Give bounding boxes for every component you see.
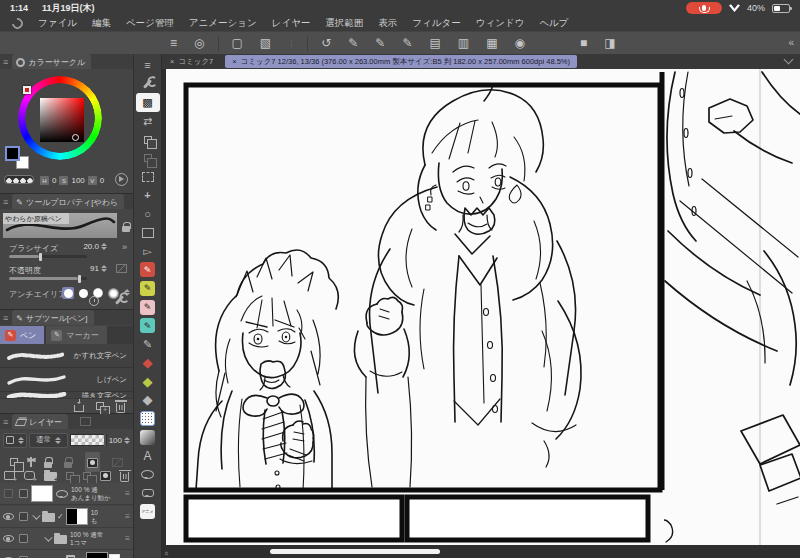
- brush-tool[interactable]: ✎: [136, 298, 160, 317]
- pen-quick-icon-2[interactable]: ✎: [375, 37, 385, 49]
- open-file-icon[interactable]: ▧: [260, 37, 271, 49]
- antialias-strong-option[interactable]: [107, 287, 119, 299]
- transform-tool[interactable]: [136, 223, 160, 242]
- brush-size-value[interactable]: 20.0: [83, 242, 99, 251]
- panel-menu-icon[interactable]: ≡: [3, 417, 8, 427]
- layer-thumbnail[interactable]: [31, 485, 53, 502]
- eraser-tool[interactable]: ◆: [136, 372, 160, 391]
- menu-animation[interactable]: アニメーション: [189, 17, 257, 30]
- layer-opacity-value-group[interactable]: 100: [109, 436, 130, 445]
- horizontal-scrollbar[interactable]: «: [162, 545, 800, 558]
- workspace-grid-icon[interactable]: ▦: [486, 37, 497, 49]
- operation-tool[interactable]: [136, 75, 160, 94]
- panel-menu-icon[interactable]: ≡: [3, 197, 8, 207]
- layer-checkbox[interactable]: [19, 534, 28, 543]
- blend-tool[interactable]: ◆: [136, 391, 160, 410]
- mask-thumbnail[interactable]: [109, 554, 120, 558]
- hue-marker[interactable]: [23, 86, 31, 94]
- tab-marker[interactable]: ✎ マーカー: [46, 326, 106, 344]
- object-tool[interactable]: ▻: [136, 242, 160, 261]
- menu-edit[interactable]: 編集: [92, 17, 111, 30]
- layer-tab[interactable]: レイヤー: [12, 414, 68, 429]
- lasso-tool[interactable]: ○: [136, 205, 160, 224]
- scrollbar-thumb[interactable]: [270, 549, 440, 554]
- eye-toggle[interactable]: [3, 513, 14, 520]
- tab-comic7-inactive[interactable]: × コミック7: [162, 54, 223, 69]
- recording-indicator[interactable]: [686, 2, 722, 14]
- marquee-select-tool[interactable]: [136, 168, 160, 187]
- layer-mask-icon[interactable]: [100, 471, 111, 481]
- undo-history-icon[interactable]: ↺: [321, 37, 331, 49]
- expand-chevron-icon[interactable]: [32, 511, 40, 519]
- clip-studio-logo-icon[interactable]: [10, 16, 25, 31]
- brush-item-kasure[interactable]: かすれ文字ペン: [0, 344, 133, 368]
- nib-pen-tool[interactable]: ✎: [136, 335, 160, 354]
- airbrush-tool[interactable]: ✎: [136, 316, 160, 335]
- reset-initial-icon[interactable]: [89, 296, 99, 306]
- expand-chevron-icon[interactable]: [44, 533, 52, 541]
- tool-property-tab[interactable]: ✎ ツールプロパティ[やわらか原稿: [12, 194, 124, 209]
- delete-brush-icon[interactable]: [116, 403, 125, 413]
- close-icon[interactable]: ×: [170, 57, 174, 66]
- brush-item-shige[interactable]: しげペン: [0, 368, 133, 392]
- text-tool[interactable]: A: [136, 446, 160, 465]
- pen-quick-icon-3[interactable]: ✎: [402, 37, 412, 49]
- panel-menu-icon[interactable]: ≡: [3, 57, 8, 67]
- layer-thumbnail[interactable]: [66, 508, 88, 525]
- opacity-dynamics-icon[interactable]: [116, 264, 127, 273]
- layer-thumbnail[interactable]: [86, 552, 108, 558]
- layer-checkbox[interactable]: [19, 489, 28, 498]
- merge-down-icon[interactable]: [83, 472, 91, 480]
- brush-size-more-icon[interactable]: »: [122, 242, 127, 252]
- snap-ruler-icon[interactable]: [30, 457, 32, 467]
- blend-mode-select[interactable]: 通常: [29, 433, 68, 448]
- strip-menu-icon[interactable]: ≡: [136, 56, 160, 75]
- gradient-tool[interactable]: [136, 428, 160, 447]
- sub-tool-tab[interactable]: ✎ サブツール[ペン]: [12, 310, 93, 325]
- screen-single-icon[interactable]: ■: [580, 37, 587, 49]
- lock-layer-icon[interactable]: [44, 462, 52, 468]
- animation-folder-tool[interactable]: アニメ: [136, 502, 160, 521]
- animation-cel-tab-icon[interactable]: [80, 417, 91, 426]
- layer-row-folder-koma[interactable]: 100 % 通常1コマ ≡: [0, 528, 133, 550]
- layer-effect-chip[interactable]: [3, 433, 27, 448]
- pen-tool[interactable]: ✎: [136, 261, 160, 280]
- layer-drag-handle[interactable]: ≡: [125, 489, 130, 498]
- layer-row-folder-top[interactable]: ✓ 10も ≡: [0, 506, 133, 528]
- antialias-none-option[interactable]: [62, 287, 74, 299]
- antialias-weak-option[interactable]: [77, 287, 89, 299]
- check-icon[interactable]: ✓: [57, 512, 64, 521]
- page-copy-tool[interactable]: [136, 130, 160, 149]
- menu-help[interactable]: ヘルプ: [539, 17, 568, 30]
- pen-quick-icon-1[interactable]: ✎: [348, 37, 358, 49]
- tab-comic7-active[interactable]: × コミック7 12/36, 13/36 (376.00 x 263.00mm …: [225, 55, 577, 68]
- canvas-viewport[interactable]: «: [162, 69, 800, 558]
- delete-layer-icon[interactable]: [120, 472, 129, 482]
- layer-opacity-slider[interactable]: [70, 434, 107, 446]
- brush-size-stepper[interactable]: [101, 243, 107, 250]
- pencil-tool[interactable]: ✎: [136, 279, 160, 298]
- new-raster-layer-icon[interactable]: [4, 471, 15, 480]
- menu-view[interactable]: 表示: [378, 17, 397, 30]
- move-tool[interactable]: +: [136, 186, 160, 205]
- toolbar-collapse-icon[interactable]: «: [788, 38, 794, 48]
- import-brush-icon[interactable]: [74, 405, 84, 412]
- speech-bubble-tool[interactable]: [136, 484, 160, 503]
- opacity-slider[interactable]: [9, 277, 87, 280]
- layer-drag-handle[interactable]: ≡: [125, 534, 130, 543]
- close-icon[interactable]: ×: [232, 57, 236, 66]
- transparent-color-button[interactable]: [4, 175, 34, 184]
- layer-stack-icon[interactable]: ▤: [429, 37, 440, 49]
- layer-convert-icon[interactable]: ▥: [458, 37, 469, 49]
- tabbar-collapse-icon[interactable]: [784, 55, 794, 65]
- frame-border-tool[interactable]: ▩: [136, 93, 160, 112]
- toolbar-menu-icon[interactable]: ≡: [170, 37, 177, 49]
- new-folder-icon[interactable]: [44, 472, 57, 481]
- transfer-down-icon[interactable]: [66, 472, 74, 480]
- menu-page-manage[interactable]: ページ管理: [126, 17, 174, 30]
- layer-checkbox[interactable]: [19, 512, 28, 521]
- lock-transparent-icon[interactable]: [64, 462, 72, 468]
- menu-layer[interactable]: レイヤー: [272, 17, 311, 30]
- menu-file[interactable]: ファイル: [38, 17, 77, 30]
- lock-icon[interactable]: [122, 226, 130, 232]
